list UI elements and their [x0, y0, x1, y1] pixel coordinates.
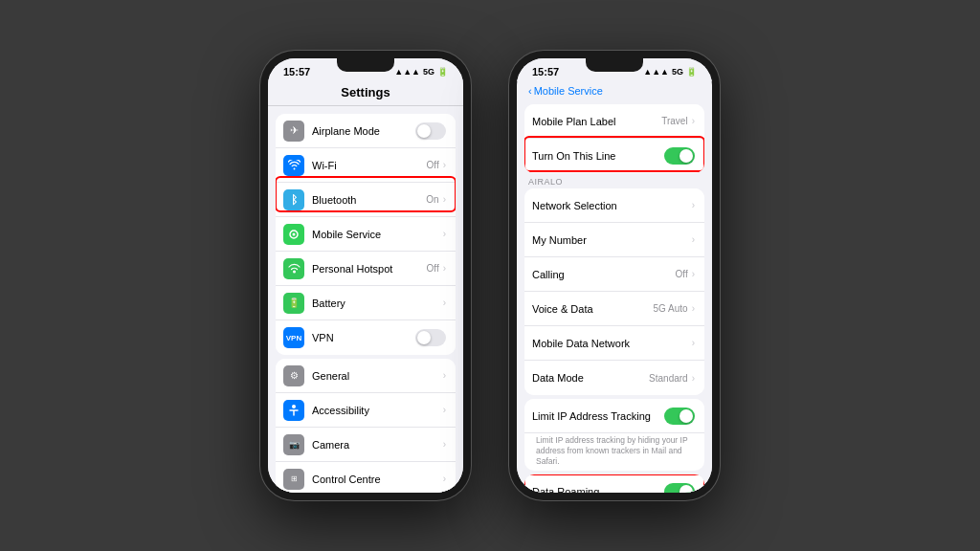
vpn-toggle[interactable] [415, 329, 446, 346]
general-item[interactable]: ⚙ General › [276, 359, 456, 393]
settings-title: Settings [268, 81, 463, 106]
hotspot-label: Personal Hotspot [312, 263, 427, 275]
control-centre-item[interactable]: ⊞ Control Centre › [276, 462, 456, 493]
signal-left: ▲▲▲ 5G 🔋 [394, 67, 448, 77]
wifi-icon [283, 155, 304, 176]
data-mode-label: Data Mode [532, 372, 649, 384]
time-left: 15:57 [283, 66, 310, 77]
limit-ip-toggle[interactable] [664, 408, 695, 425]
svg-point-1 [293, 232, 296, 235]
screen-right: 15:57 ▲▲▲ 5G 🔋 ‹ Mobile Service Mobile P… [517, 58, 712, 493]
mobile-plan-value: Travel [661, 116, 687, 126]
voice-data-label: Voice & Data [532, 303, 654, 315]
wifi-item[interactable]: Wi-Fi Off › [276, 148, 456, 183]
data-roaming-item[interactable]: Data Roaming [524, 474, 704, 493]
battery-icon: 🔋 [283, 293, 304, 314]
signal-right: ▲▲▲ 5G 🔋 [643, 67, 697, 77]
camera-item[interactable]: 📷 Camera › [276, 428, 456, 462]
voice-data-value: 5G Auto [654, 303, 688, 314]
mobile-service-item[interactable]: Mobile Service › [276, 217, 456, 252]
voice-data-item[interactable]: Voice & Data 5G Auto › [524, 292, 704, 326]
mobile-plan-item[interactable]: Mobile Plan Label Travel › [524, 104, 704, 139]
airplane-mode-item[interactable]: ✈ Airplane Mode [276, 114, 456, 148]
settings-group-1: ✈ Airplane Mode Wi-Fi Off [276, 114, 456, 355]
settings-group-2: ⚙ General › Accessibility › 📷 [276, 359, 456, 493]
airalo-group: Network Selection › My Number › Calling … [524, 188, 704, 395]
airplane-icon: ✈ [283, 121, 304, 142]
network-selection-label: Network Selection [532, 200, 692, 211]
mobile-service-icon [283, 224, 304, 245]
general-chevron: › [443, 370, 446, 381]
limit-ip-item[interactable]: Limit IP Address Tracking [524, 399, 704, 433]
phone-left: 15:57 ▲▲▲ 5G 🔋 Settings ✈ Airplane Mode [260, 51, 471, 500]
mobile-data-network-label: Mobile Data Network [532, 338, 692, 349]
hotspot-chevron: › [443, 263, 446, 274]
accessibility-label: Accessibility [312, 405, 443, 416]
mobile-plan-label: Mobile Plan Label [532, 116, 661, 127]
wifi-label: Wi-Fi [312, 160, 427, 171]
data-roaming-label: Data Roaming [532, 486, 664, 493]
data-mode-value: Standard [649, 373, 688, 384]
plan-group: Mobile Plan Label Travel › Turn On This … [524, 104, 704, 173]
bluetooth-item[interactable]: ᛒ Bluetooth On › [276, 183, 456, 217]
turn-on-line-item[interactable]: Turn On This Line [524, 139, 704, 173]
camera-icon: 📷 [283, 434, 304, 455]
back-button[interactable]: ‹ Mobile Service [517, 81, 712, 100]
svg-point-2 [293, 270, 296, 273]
data-roaming-toggle[interactable] [664, 483, 695, 493]
limit-ip-label: Limit IP Address Tracking [532, 410, 664, 422]
hotspot-value: Off [427, 263, 439, 274]
battery-label: Battery [312, 298, 443, 309]
data-mode-item[interactable]: Data Mode Standard › [524, 361, 704, 395]
screen-left: 15:57 ▲▲▲ 5G 🔋 Settings ✈ Airplane Mode [268, 58, 463, 493]
vpn-label: VPN [312, 332, 415, 343]
bluetooth-icon: ᛒ [283, 189, 304, 210]
wifi-calling-label: Calling [532, 269, 676, 280]
wifi-value: Off [427, 160, 439, 170]
camera-chevron: › [443, 439, 446, 450]
hotspot-icon [283, 258, 304, 279]
control-centre-label: Control Centre [312, 474, 443, 485]
bluetooth-chevron: › [443, 194, 446, 205]
accessibility-icon [283, 400, 304, 421]
accessibility-chevron: › [443, 405, 446, 415]
limit-ip-group: Limit IP Address Tracking Limit IP addre… [524, 399, 704, 471]
notch-left [337, 58, 394, 72]
control-centre-icon: ⊞ [283, 469, 304, 490]
mobile-service-chevron: › [443, 229, 446, 239]
svg-point-3 [292, 405, 296, 408]
general-label: General [312, 370, 443, 382]
bluetooth-label: Bluetooth [312, 194, 426, 206]
battery-item[interactable]: 🔋 Battery › [276, 286, 456, 320]
my-number-item[interactable]: My Number › [524, 223, 704, 257]
wifi-calling-item[interactable]: Calling Off › [524, 257, 704, 292]
my-number-label: My Number [532, 234, 692, 246]
airalo-section-label: AIRALO [517, 173, 712, 188]
mobile-data-network-item[interactable]: Mobile Data Network › [524, 326, 704, 361]
camera-label: Camera [312, 439, 443, 451]
right-settings-list: Mobile Plan Label Travel › Turn On This … [517, 100, 712, 493]
airplane-label: Airplane Mode [312, 125, 415, 137]
vpn-item[interactable]: VPN VPN [276, 320, 456, 355]
mobile-service-label: Mobile Service [312, 229, 443, 240]
notch-right [586, 58, 643, 72]
accessibility-item[interactable]: Accessibility › [276, 393, 456, 428]
phone-right: 15:57 ▲▲▲ 5G 🔋 ‹ Mobile Service Mobile P… [509, 51, 720, 500]
settings-list: ✈ Airplane Mode Wi-Fi Off [268, 106, 463, 493]
wifi-calling-value: Off [676, 269, 688, 279]
general-icon: ⚙ [283, 365, 304, 386]
limit-ip-sublabel: Limit IP address tracking by hiding your… [524, 433, 704, 471]
bluetooth-value: On [426, 194, 438, 205]
turn-on-label: Turn On This Line [532, 150, 664, 162]
time-right: 15:57 [532, 66, 559, 77]
control-centre-chevron: › [443, 474, 446, 484]
data-roaming-group: Data Roaming SIM PIN › [524, 474, 704, 493]
turn-on-toggle[interactable] [664, 147, 695, 165]
wifi-chevron: › [443, 160, 446, 170]
vpn-icon: VPN [283, 327, 304, 348]
hotspot-item[interactable]: Personal Hotspot Off › [276, 252, 456, 286]
airplane-toggle[interactable] [415, 122, 446, 140]
network-selection-item[interactable]: Network Selection › [524, 188, 704, 223]
battery-chevron: › [443, 298, 446, 308]
